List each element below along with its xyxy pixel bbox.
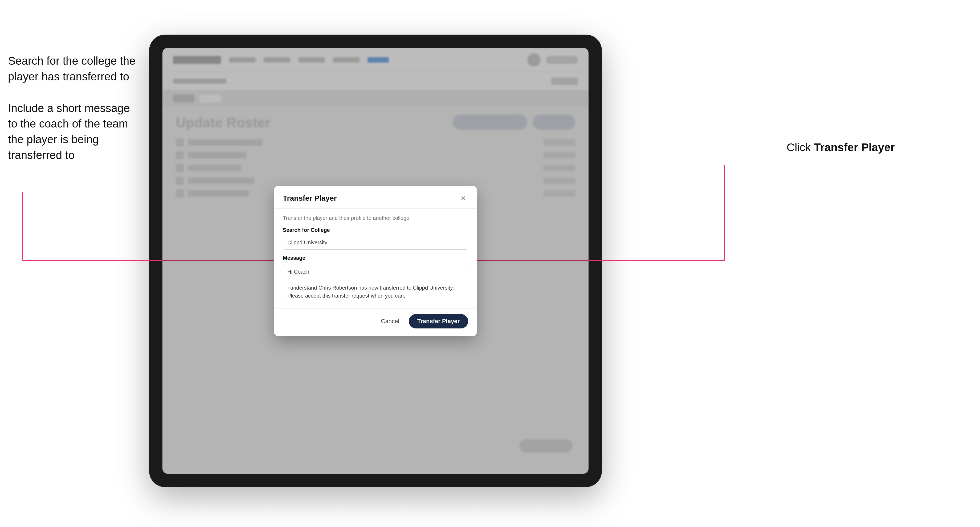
tablet-screen: Update Roster xyxy=(162,48,589,474)
tablet-device: Update Roster xyxy=(149,35,602,487)
cancel-button[interactable]: Cancel xyxy=(376,315,404,327)
dialog-footer: Cancel Transfer Player xyxy=(274,308,477,336)
message-label: Message xyxy=(283,255,468,261)
annotation-left: Search for the college the player has tr… xyxy=(8,53,141,179)
dialog-close-button[interactable]: ✕ xyxy=(458,194,468,203)
search-college-label: Search for College xyxy=(283,227,468,233)
search-college-input[interactable] xyxy=(283,236,468,250)
dialog-title: Transfer Player xyxy=(283,194,337,203)
dialog-header: Transfer Player ✕ xyxy=(274,186,477,209)
dialog-body: Transfer the player and their profile to… xyxy=(274,209,477,308)
annotation-text-top: Search for the college the player has tr… xyxy=(8,53,141,85)
transfer-player-dialog: Transfer Player ✕ Transfer the player an… xyxy=(274,186,477,336)
annotation-right: Click Transfer Player xyxy=(787,141,895,154)
message-textarea[interactable]: Hi Coach, I understand Chris Robertson h… xyxy=(283,264,468,301)
dialog-overlay: Transfer Player ✕ Transfer the player an… xyxy=(162,48,589,474)
dialog-subtitle: Transfer the player and their profile to… xyxy=(283,215,468,221)
transfer-player-button[interactable]: Transfer Player xyxy=(409,314,468,329)
annotation-transfer-bold: Transfer Player xyxy=(814,141,895,154)
annotation-text-bottom: Include a short messageto the coach of t… xyxy=(8,101,141,163)
